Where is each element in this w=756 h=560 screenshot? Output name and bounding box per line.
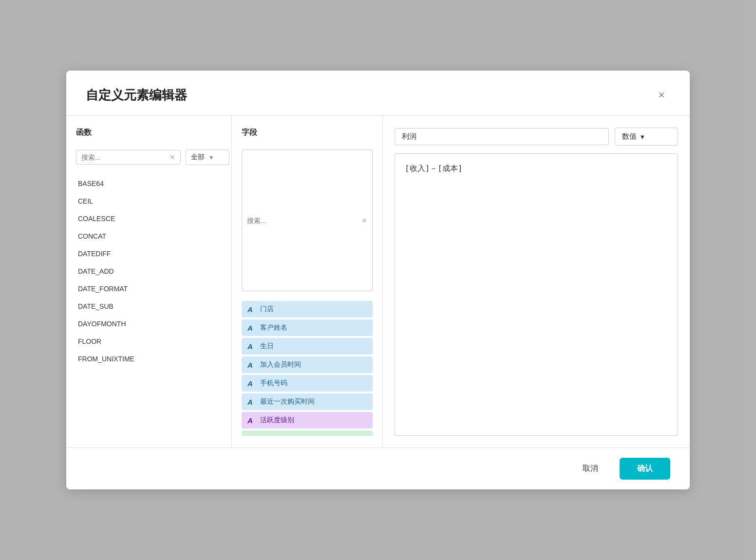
functions-panel: 函数 ✕ 全部 ▾ BASE64CEILCOALESCECONCATDATEDI… (66, 116, 232, 448)
fields-search-box: ✕ (242, 149, 373, 291)
field-item[interactable]: A客户姓名 (242, 319, 373, 336)
text-type-icon: A (247, 398, 256, 406)
field-item-label: 活跃度级别 (260, 416, 294, 425)
function-item[interactable]: DATE_SUB (76, 298, 222, 315)
function-item[interactable]: BASE64 (76, 175, 222, 192)
dialog-header: 自定义元素编辑器 × (66, 71, 690, 116)
fields-panel-label: 字段 (242, 128, 373, 138)
field-item-label: 手机号码 (260, 379, 287, 388)
fields-search-input[interactable] (247, 217, 359, 224)
text-type-icon: A (247, 361, 256, 369)
fields-search-clear-icon[interactable]: ✕ (361, 217, 367, 224)
function-item[interactable]: DATE_FORMAT (76, 280, 222, 298)
functions-filter-label: 全部 (191, 153, 205, 162)
type-label: 数值 (622, 132, 637, 141)
dialog-backdrop: 自定义元素编辑器 × 函数 ✕ 全部 ▾ (0, 0, 756, 560)
text-type-icon: A (247, 305, 256, 314)
function-item[interactable]: DAYOFMONTH (76, 315, 222, 333)
editor-top: 数值 ▾ (395, 128, 678, 146)
text-type-icon: A (247, 324, 256, 332)
fields-panel: 字段 ✕ A门店A客户姓名A生日A加入会员时间A手机号码A最近一次购买时间A活跃… (232, 116, 383, 448)
functions-filter-dropdown[interactable]: 全部 ▾ (186, 149, 229, 165)
function-list: BASE64CEILCOALESCECONCATDATEDIFFDATE_ADD… (76, 175, 222, 428)
type-dropdown[interactable]: 数值 ▾ (615, 128, 678, 146)
function-item[interactable]: COALESCE (76, 210, 222, 227)
function-item[interactable]: CEIL (76, 192, 222, 210)
dialog-body: 函数 ✕ 全部 ▾ BASE64CEILCOALESCECONCATDATEDI… (66, 116, 690, 448)
dialog: 自定义元素编辑器 × 函数 ✕ 全部 ▾ (66, 71, 690, 489)
function-item[interactable]: FROM_UNIXTIME (76, 350, 222, 368)
type-chevron-icon: ▾ (641, 132, 644, 141)
close-button[interactable]: × (653, 86, 670, 104)
functions-search-input[interactable] (81, 153, 167, 161)
text-type-icon: A (247, 416, 256, 425)
field-item[interactable]: A手机号码 (242, 375, 373, 392)
number-type-icon: ▪▮▮ (247, 435, 257, 436)
field-list: A门店A客户姓名A生日A加入会员时间A手机号码A最近一次购买时间A活跃度级别▪▮… (242, 301, 373, 436)
function-item[interactable]: DATE_ADD (76, 262, 222, 280)
functions-panel-label: 函数 (76, 128, 222, 138)
chevron-down-icon: ▾ (209, 153, 213, 161)
function-item[interactable]: DATEDIFF (76, 245, 222, 262)
element-name-input[interactable] (395, 128, 609, 145)
field-item-label: 门店 (260, 305, 274, 314)
dialog-title: 自定义元素编辑器 (86, 87, 187, 104)
confirm-button[interactable]: 确认 (620, 458, 670, 480)
field-item[interactable]: A活跃度级别 (242, 412, 373, 429)
dialog-footer: 取消 确认 (66, 448, 690, 489)
text-type-icon: A (247, 379, 256, 388)
field-item-label: 最近一次购买时间 (260, 397, 315, 406)
editor-panel: 数值 ▾ (383, 116, 690, 448)
field-item-label: 加入会员时间 (260, 360, 301, 369)
cancel-button[interactable]: 取消 (569, 459, 612, 479)
field-item-label: 生日 (260, 342, 274, 351)
field-item-label: 客户姓名 (260, 323, 287, 332)
field-item[interactable]: A生日 (242, 338, 373, 355)
expression-textarea[interactable] (395, 153, 678, 436)
functions-search-clear-icon[interactable]: ✕ (170, 153, 175, 161)
field-item-label: CUSTOMER_ID (261, 434, 310, 436)
field-item[interactable]: ▪▮▮CUSTOMER_ID (242, 430, 373, 436)
field-item[interactable]: A门店 (242, 301, 373, 317)
functions-search-row: ✕ 全部 ▾ (76, 149, 222, 165)
functions-search-box: ✕ (76, 150, 181, 165)
function-item[interactable]: CONCAT (76, 227, 222, 245)
text-type-icon: A (247, 342, 256, 351)
field-item[interactable]: A最近一次购买时间 (242, 393, 373, 410)
function-item[interactable]: FLOOR (76, 333, 222, 350)
field-item[interactable]: A加入会员时间 (242, 356, 373, 373)
